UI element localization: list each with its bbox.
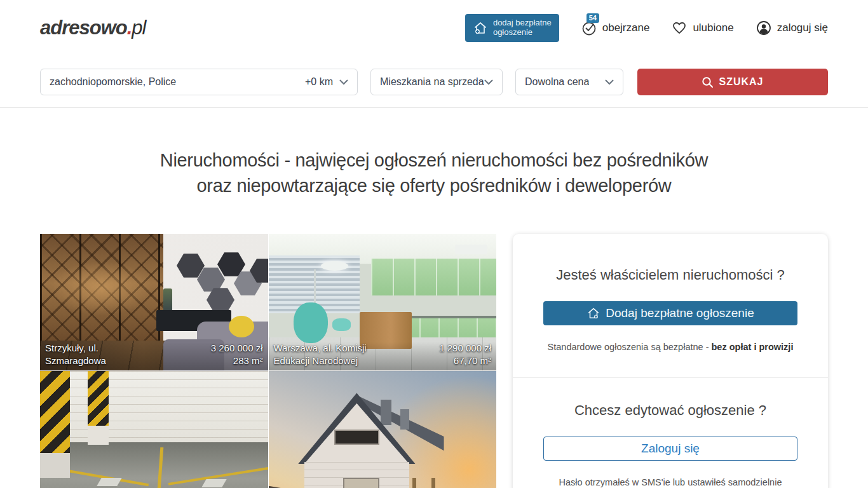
- listing-area: 67,70 m²: [439, 355, 491, 367]
- chevron-down-icon: [484, 79, 493, 85]
- edit-section-title: Chcesz edytować ogłoszenie ?: [543, 402, 797, 419]
- viewed-count-badge: 54: [587, 13, 599, 23]
- page-title: Nieruchomości - najwięcej ogłoszeń nieru…: [40, 147, 828, 198]
- favorites-label: ulubione: [693, 22, 733, 34]
- owner-note: Standardowe ogłoszenia są bezpłatne - be…: [543, 342, 797, 352]
- login-link[interactable]: zaloguj się: [756, 20, 828, 36]
- chevron-down-icon: [605, 79, 614, 85]
- listing-price-area: 3 260 000 zł 283 m²: [211, 342, 263, 367]
- listing-caption: Strzykuły, ul.Szmaragdowa 3 260 000 zł 2…: [40, 342, 268, 370]
- sidebar-add-listing-button[interactable]: Dodaj bezpłatne ogłoszenie: [543, 301, 797, 325]
- listing-area: 283 m²: [211, 355, 263, 367]
- viewed-link[interactable]: 54 obejrzane: [581, 20, 650, 36]
- listing-card[interactable]: Warszawa, al. KomisjiEdukacji Narodowej …: [269, 234, 497, 370]
- price-select[interactable]: Dowolna cena: [515, 69, 623, 95]
- user-icon: [756, 20, 772, 36]
- heart-icon: [671, 20, 688, 36]
- sidebar-login-button[interactable]: Zaloguj się: [543, 437, 797, 461]
- location-search-field[interactable]: zachodniopomorskie, Police +0 km: [40, 69, 358, 95]
- house-plus-icon: [587, 306, 600, 320]
- price-value: Dowolna cena: [525, 76, 589, 88]
- listing-photo-house-construction: [269, 371, 497, 488]
- sidebar-login-label: Zaloguj się: [641, 442, 700, 456]
- listing-price: 3 260 000 zł: [211, 342, 263, 355]
- edit-section: Chcesz edytować ogłoszenie ? Zaloguj się…: [513, 377, 828, 488]
- site-logo[interactable]: adresowo.pl: [40, 17, 146, 39]
- location-value: zachodniopomorskie, Police: [50, 76, 176, 88]
- listing-card[interactable]: Przedmieście Czudeckie 940 000 zł: [269, 371, 497, 488]
- edit-note: Hasło otrzymałeś w SMS'ie lub ustawiłeś …: [543, 477, 797, 487]
- search-button-label: SZUKAJ: [719, 76, 763, 88]
- category-value: Mieszkania na sprzeda: [380, 76, 484, 88]
- search-icon: [702, 76, 714, 88]
- hero-section: Nieruchomości - najwięcej ogłoszeń nieru…: [0, 108, 868, 234]
- add-listing-label: dodaj bezpłatneogłoszenie: [493, 18, 552, 37]
- owner-section-title: Jesteś właścicielem nieruchomości ?: [543, 267, 797, 283]
- radius-select[interactable]: +0 km: [305, 76, 333, 88]
- listing-price-area: 1 290 000 zł 67,70 m²: [439, 342, 491, 367]
- add-listing-button[interactable]: dodaj bezpłatneogłoszenie: [465, 14, 559, 42]
- search-button[interactable]: SZUKAJ: [637, 69, 828, 95]
- site-header: adresowo.pl dodaj bezpłatneogłoszenie 54…: [0, 0, 868, 56]
- listing-location: Warszawa, al. KomisjiEdukacji Narodowej: [274, 342, 367, 367]
- listing-card[interactable]: Warszawa Ursynów, ul. 50 000 zł: [40, 371, 268, 488]
- chevron-down-icon[interactable]: [339, 79, 348, 85]
- listing-photo-parking-garage: [40, 371, 268, 488]
- check-circle-icon: 54: [581, 20, 597, 36]
- listing-price: 1 290 000 zł: [439, 342, 491, 355]
- listings-grid: Strzykuły, ul.Szmaragdowa 3 260 000 zł 2…: [40, 234, 496, 488]
- owner-section: Jesteś właścicielem nieruchomości ? Doda…: [513, 234, 828, 377]
- logo-text: adresowo: [40, 17, 127, 39]
- viewed-label: obejrzane: [602, 22, 650, 34]
- listing-caption: Warszawa, al. KomisjiEdukacji Narodowej …: [269, 342, 497, 370]
- favorites-link[interactable]: ulubione: [671, 20, 733, 36]
- owner-sidebar: Jesteś właścicielem nieruchomości ? Doda…: [513, 234, 828, 488]
- header-actions: dodaj bezpłatneogłoszenie 54 obejrzane u…: [465, 14, 828, 42]
- listing-location: Strzykuły, ul.Szmaragdowa: [45, 342, 106, 367]
- main-content: Strzykuły, ul.Szmaragdowa 3 260 000 zł 2…: [0, 234, 868, 488]
- house-plus-icon: [473, 20, 488, 36]
- search-bar: zachodniopomorskie, Police +0 km Mieszka…: [0, 56, 868, 108]
- listing-card[interactable]: Strzykuły, ul.Szmaragdowa 3 260 000 zł 2…: [40, 234, 268, 370]
- sidebar-add-listing-label: Dodaj bezpłatne ogłoszenie: [606, 306, 754, 320]
- category-select[interactable]: Mieszkania na sprzeda: [370, 69, 503, 95]
- login-label: zaloguj się: [777, 22, 828, 34]
